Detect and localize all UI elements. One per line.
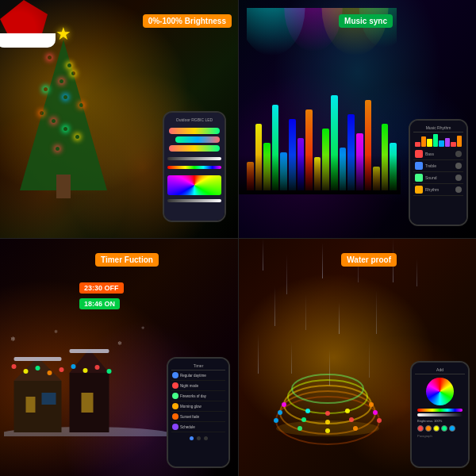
brightness-label-br: Brightness: 100% [415, 418, 465, 424]
hue-slider-br [417, 409, 463, 412]
paragraph-label-br: Paragraph [415, 433, 465, 439]
phone-screen-timer: Timer Regular daytime Night mode Firewor… [168, 359, 228, 466]
svg-point-46 [305, 409, 310, 413]
svg-point-44 [345, 409, 350, 413]
phone-brightness: Outdoor RGBIC LED [163, 111, 226, 222]
cell-brightness: ★ 0%-100% Brightness [0, 0, 238, 238]
swatch-blue [449, 425, 455, 432]
phone-screen-brightness: Outdoor RGBIC LED [164, 113, 225, 221]
timer-dot-1 [172, 372, 178, 378]
music-icon-2 [415, 162, 423, 170]
brightness-badge: 0%-100% Brightness [143, 14, 232, 28]
svg-point-42 [278, 410, 282, 415]
snake-row-3 [169, 145, 220, 152]
svg-point-17 [60, 367, 64, 372]
color-picker [167, 175, 221, 195]
timer-text-4: Morning glow [180, 405, 225, 409]
phone-screen-music: Music Rhythm Bass [410, 121, 466, 225]
christmas-tree: ★ [16, 16, 111, 198]
brightness-slider [167, 157, 221, 160]
timer-dot-2 [172, 382, 178, 389]
timer-item-6: Schedule [171, 422, 225, 432]
nav-dot-2 [197, 436, 201, 440]
cell-timer: ❄ ❄ ❄ ❄ Timer Fuction 23:30 OFF 18:46 ON… [0, 238, 238, 476]
snake-pattern [167, 126, 221, 153]
svg-point-38 [373, 410, 378, 415]
music-item-4: Rhythm [413, 184, 463, 196]
svg-rect-23 [70, 349, 109, 353]
svg-text:❄: ❄ [117, 340, 122, 346]
timer-text-6: Schedule [180, 425, 225, 429]
music-label-2: Treble [425, 163, 453, 168]
swatch-yellow [433, 425, 440, 432]
waterproof-badge: Water proof [341, 253, 397, 267]
timer-function-badge: Timer Fuction [95, 253, 159, 267]
svg-point-13 [12, 364, 17, 369]
svg-point-37 [274, 418, 278, 423]
snake-row-2 [175, 136, 220, 143]
svg-text:❄: ❄ [10, 336, 16, 343]
phone-music: Music Rhythm Bass [409, 119, 468, 226]
timer-on-badge: 18:46 ON [79, 298, 120, 309]
saturation-slider [167, 199, 221, 202]
svg-point-21 [107, 369, 112, 374]
swatch-green [441, 425, 447, 432]
svg-point-47 [282, 402, 286, 407]
timer-dot-5 [172, 413, 178, 420]
music-label-1: Bass [425, 152, 453, 156]
saturation-slider-br [417, 413, 463, 416]
timer-dot-6 [172, 424, 178, 430]
music-icon-3 [415, 174, 423, 182]
svg-point-14 [24, 369, 29, 374]
timer-text-1: Regular daytime [180, 374, 225, 378]
color-slider [167, 166, 221, 169]
phone-timer-title: Timer [171, 362, 225, 370]
color-swatches [415, 424, 465, 433]
svg-rect-9 [42, 393, 56, 405]
music-play-4 [455, 186, 462, 193]
music-icon-1 [415, 150, 423, 158]
music-play-1 [455, 151, 462, 157]
svg-point-43 [369, 402, 374, 407]
music-icon-4 [415, 186, 423, 194]
led-coil [251, 357, 405, 452]
svg-point-45 [325, 411, 330, 416]
nav-dot-3 [204, 436, 208, 440]
svg-rect-6 [14, 381, 62, 432]
crowd-silhouette [239, 155, 401, 194]
timer-item-2: Night mode [171, 381, 225, 391]
swatch-orange [425, 425, 432, 432]
svg-point-48 [276, 420, 379, 436]
svg-point-16 [48, 370, 52, 375]
timer-item-3: Fireworks of day [171, 391, 225, 401]
timer-dot-3 [172, 393, 178, 399]
timer-item-5: Sunset fade [171, 412, 225, 422]
svg-point-19 [83, 368, 88, 373]
phone-timer: Timer Regular daytime Night mode Firewor… [167, 357, 230, 468]
svg-point-18 [71, 364, 76, 369]
music-play-2 [455, 163, 462, 169]
svg-point-33 [377, 418, 382, 423]
snake-row-1 [169, 128, 220, 134]
timer-item-1: Regular daytime [171, 370, 225, 381]
phone-nav-dots [171, 432, 225, 440]
product-feature-grid: ★ 0%-100% Brightness [0, 0, 476, 476]
cell-waterproof: Water proof Add Brightness: 100% [238, 238, 476, 476]
music-item-1: Bass [413, 148, 463, 160]
timer-text-2: Night mode [180, 384, 225, 388]
music-item-3: Sound [413, 172, 463, 184]
svg-point-20 [95, 365, 100, 370]
timer-item-4: Morning glow [171, 401, 225, 412]
music-play-3 [455, 175, 462, 181]
music-item-2: Treble [413, 160, 463, 172]
music-sync-badge: Music sync [339, 14, 393, 28]
phone-waterproof-title: Add [415, 366, 465, 374]
phone-screen-waterproof: Add Brightness: 100% Paragraph [412, 363, 468, 466]
house-scene: ❄ ❄ ❄ ❄ [4, 317, 167, 436]
svg-text:❄: ❄ [141, 325, 144, 330]
color-wheel-waterproof [426, 378, 454, 405]
svg-point-15 [36, 366, 40, 370]
phone-title-brightness: Outdoor RGBIC LED [167, 116, 221, 124]
nav-dot-1 [190, 436, 194, 440]
svg-rect-12 [82, 393, 94, 413]
